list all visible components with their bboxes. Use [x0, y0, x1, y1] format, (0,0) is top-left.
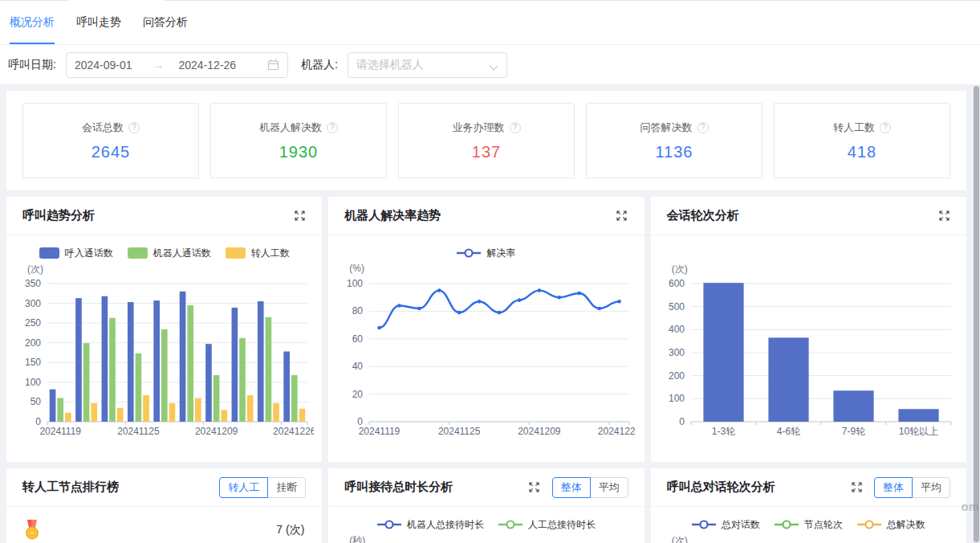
- legend-item-robot-calls[interactable]: 机器人通话数: [128, 247, 211, 260]
- panel-title: 机器人解决率趋势: [344, 208, 441, 223]
- date-range-picker[interactable]: 2024-09-01 → 2024-12-26: [66, 52, 288, 78]
- legend-label: 总对话数: [722, 518, 760, 532]
- line-marker-icon: [498, 520, 523, 529]
- tab-label: 概况分析: [10, 15, 55, 30]
- legend-label: 节点轮次: [804, 518, 843, 532]
- transfer-to-agent-button[interactable]: 转人工: [219, 477, 268, 498]
- legend-label: 机器人总接待时长: [407, 518, 484, 532]
- chart-legend: 呼入通话数 机器人通话数 转人工数: [6, 243, 322, 263]
- line-marker-icon: [775, 520, 799, 529]
- scrollbar-thumb[interactable]: [974, 86, 979, 542]
- resolve-rate-line-chart: 0204060801002024111920241125202412092024…: [337, 276, 636, 441]
- robot-select-placeholder: 请选择机器人: [356, 58, 490, 72]
- fullscreen-icon[interactable]: [616, 210, 628, 223]
- chart-legend: 总对话数 节点轮次 总解决数: [651, 515, 966, 534]
- svg-text:40: 40: [352, 361, 364, 372]
- legend-item-node-rounds[interactable]: 节点轮次: [775, 518, 843, 532]
- fullscreen-icon[interactable]: [528, 481, 541, 494]
- legend-label: 机器人通话数: [153, 247, 211, 260]
- average-button[interactable]: 平均: [912, 477, 950, 498]
- main-content: 会话总数 ? 2645 机器人解决数 ? 1930 业务办理数 ? 137: [0, 84, 980, 543]
- fullscreen-icon[interactable]: [937, 210, 950, 223]
- tab-label: 问答分析: [143, 15, 188, 30]
- legend-item-robot-total-duration[interactable]: 机器人总接待时长: [377, 518, 484, 532]
- svg-text:20241119: 20241119: [39, 426, 81, 437]
- date-start-value[interactable]: 2024-09-01: [75, 59, 132, 71]
- svg-text:7-9轮: 7-9轮: [842, 426, 865, 437]
- help-icon[interactable]: ?: [510, 122, 521, 133]
- legend-item-agent-total-duration[interactable]: 人工总接待时长: [498, 518, 596, 532]
- rank-item-count: 7 (次): [276, 523, 304, 537]
- legend-label: 人工总接待时长: [528, 518, 596, 532]
- overall-button[interactable]: 整体: [874, 477, 913, 498]
- date-range-arrow: →: [153, 59, 165, 71]
- tab-overview-analysis[interactable]: 概况分析: [10, 0, 55, 44]
- svg-text:60: 60: [352, 333, 364, 345]
- chart-legend-empty: [651, 243, 966, 263]
- tab-call-trend[interactable]: 呼叫走势: [76, 0, 121, 44]
- stat-card-business-handled: 业务办理数 ? 137: [398, 103, 575, 178]
- tab-label: 呼叫走势: [76, 15, 121, 30]
- date-end-value[interactable]: 2024-12-26: [179, 59, 237, 71]
- legend-swatch: [39, 247, 59, 259]
- stat-card-transferred-to-agent: 转人工数 ? 418: [774, 103, 950, 178]
- svg-text:200: 200: [669, 370, 685, 382]
- panel-total-dialog-rounds-analysis: 呼叫总对话轮次分析 整体 平均: [651, 468, 966, 543]
- vertical-scrollbar[interactable]: [973, 85, 980, 543]
- overall-average-toggle: 整体 平均: [874, 477, 950, 498]
- gold-medal-icon: [24, 520, 40, 540]
- legend-item-inbound-calls[interactable]: 呼入通话数: [39, 247, 113, 260]
- svg-text:50: 50: [30, 396, 41, 407]
- robot-select[interactable]: 请选择机器人: [348, 52, 507, 78]
- panel-call-trend-analysis: 呼叫趋势分析 呼入通话数: [6, 197, 322, 462]
- svg-text:350: 350: [25, 278, 41, 289]
- stat-label: 转人工数: [833, 120, 875, 135]
- robot-label: 机器人:: [301, 58, 338, 72]
- stat-card-qa-resolved: 问答解决数 ? 1136: [586, 103, 762, 178]
- svg-text:20241125: 20241125: [438, 426, 481, 437]
- hangup-button[interactable]: 挂断: [267, 477, 306, 498]
- line-marker-icon: [857, 520, 881, 529]
- overall-button[interactable]: 整体: [552, 477, 591, 498]
- overview-analysis-page: 概况分析 呼叫走势 问答分析 呼叫日期: 2024-09-01 → 2024-1…: [0, 0, 980, 543]
- help-icon[interactable]: ?: [697, 122, 709, 133]
- tab-qa-analysis[interactable]: 问答分析: [143, 0, 188, 44]
- average-button[interactable]: 平均: [590, 477, 628, 498]
- panel-title: 转人工节点排行榜: [22, 480, 119, 495]
- panel-title: 呼叫总对话轮次分析: [667, 480, 775, 495]
- legend-item-total-resolved[interactable]: 总解决数: [857, 518, 925, 532]
- svg-text:250: 250: [25, 317, 41, 329]
- svg-text:400: 400: [669, 324, 685, 335]
- stat-value: 1930: [279, 143, 319, 161]
- svg-text:600: 600: [669, 278, 685, 289]
- legend-item-total-dialogs[interactable]: 总对话数: [692, 518, 760, 532]
- legend-label: 呼入通话数: [65, 247, 113, 260]
- svg-text:20241209: 20241209: [518, 426, 561, 437]
- filter-bar: 呼叫日期: 2024-09-01 → 2024-12-26 机器人: 请选择机器…: [0, 45, 980, 84]
- svg-text:20: 20: [352, 389, 364, 400]
- help-icon[interactable]: ?: [327, 122, 338, 133]
- svg-text:10轮以上: 10轮以上: [899, 426, 938, 437]
- svg-text:300: 300: [25, 298, 41, 309]
- calendar-icon: [267, 59, 279, 71]
- stat-label: 问答解决数: [640, 120, 693, 135]
- legend-item-resolve-rate[interactable]: 解决率: [457, 247, 515, 260]
- stats-summary: 会话总数 ? 2645 机器人解决数 ? 1930 业务办理数 ? 137: [6, 91, 966, 190]
- help-icon[interactable]: ?: [880, 122, 891, 133]
- legend-swatch: [226, 247, 246, 259]
- tabs-bar: 概况分析 呼叫走势 问答分析: [0, 0, 980, 45]
- rank-type-toggle: 转人工 挂断: [219, 477, 306, 498]
- svg-text:80: 80: [352, 305, 364, 316]
- fullscreen-icon[interactable]: [293, 210, 306, 223]
- legend-label: 总解决数: [887, 518, 925, 532]
- svg-text:100: 100: [25, 377, 41, 388]
- svg-text:500: 500: [669, 301, 685, 312]
- help-icon[interactable]: ?: [128, 122, 140, 133]
- stat-label: 会话总数: [82, 120, 124, 135]
- y-axis-unit: (次): [27, 263, 322, 276]
- overall-average-toggle: 整体 平均: [552, 477, 628, 498]
- fullscreen-icon[interactable]: [850, 481, 863, 494]
- stat-card-robot-resolved: 机器人解决数 ? 1930: [210, 103, 387, 178]
- svg-text:4-6轮: 4-6轮: [777, 426, 800, 437]
- legend-item-transfer-count[interactable]: 转人工数: [226, 247, 290, 260]
